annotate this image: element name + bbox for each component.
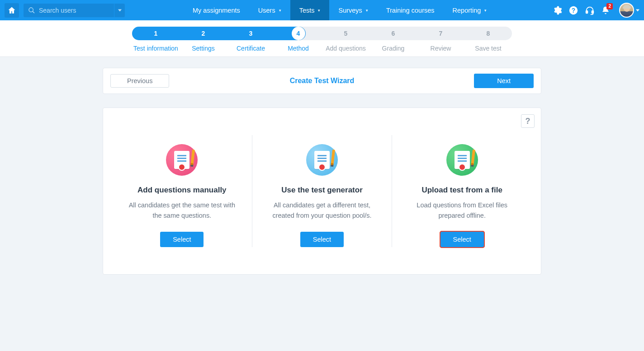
- method-options: Add questions manuallyAll candidates get…: [112, 135, 532, 247]
- home-icon: [7, 6, 16, 15]
- card-help-button[interactable]: ?: [521, 114, 535, 128]
- step-label[interactable]: Save test: [464, 45, 512, 52]
- search-icon: [28, 7, 35, 14]
- avatar: [619, 3, 634, 18]
- stepper-bar: 1235678 4 Test informationSettingsCertif…: [0, 20, 644, 57]
- step-label[interactable]: Method: [275, 45, 322, 52]
- method-option: Add questions manuallyAll candidates get…: [112, 135, 252, 247]
- gear-icon: [552, 5, 562, 15]
- svg-point-0: [29, 8, 33, 12]
- wizard-container: Previous Create Test Wizard Next ? Add q…: [103, 68, 541, 275]
- select-button[interactable]: Select: [160, 232, 204, 247]
- document-icon: [314, 151, 330, 169]
- option-icon: [446, 144, 478, 176]
- step-number[interactable]: 8: [464, 27, 512, 40]
- help-button[interactable]: ?: [568, 5, 578, 15]
- nav-item-label: Training courses: [386, 7, 435, 14]
- document-icon: [455, 151, 470, 169]
- document-icon: [174, 151, 189, 169]
- wizard-header: Previous Create Test Wizard Next: [103, 68, 541, 94]
- settings-button[interactable]: [552, 5, 562, 15]
- svg-text:?: ?: [572, 7, 575, 14]
- svg-line-1: [33, 11, 34, 13]
- step-label[interactable]: Settings: [180, 45, 227, 52]
- step-label[interactable]: Grading: [369, 45, 417, 52]
- user-menu[interactable]: [619, 3, 639, 18]
- option-title: Add questions manually: [124, 186, 240, 195]
- pencil-icon: [471, 150, 475, 167]
- stepper-track: 1235678 4: [132, 27, 512, 40]
- caret-down-icon: ▾: [366, 8, 368, 13]
- step-number[interactable]: 5: [322, 27, 369, 40]
- step-label[interactable]: Test information: [132, 45, 180, 52]
- stepper-labels: Test informationSettingsCertificateMetho…: [132, 45, 512, 52]
- topbar-right: ? 2: [552, 3, 639, 18]
- search-input[interactable]: [39, 7, 109, 14]
- search-input-wrap[interactable]: [24, 4, 114, 17]
- option-icon: [306, 144, 338, 176]
- nav-item-surveys[interactable]: Surveys▾: [329, 0, 377, 20]
- option-description: Load questions from Excel files prepared…: [404, 200, 520, 222]
- select-button[interactable]: Select: [300, 232, 344, 247]
- caret-down-icon: [118, 9, 122, 12]
- home-button[interactable]: [5, 3, 19, 18]
- main-nav: My assignmentsUsers▾Tests▾Surveys▾Traini…: [184, 0, 496, 20]
- notifications-button[interactable]: 2: [601, 6, 610, 15]
- step-label[interactable]: Add questions: [322, 45, 369, 52]
- next-button[interactable]: Next: [474, 74, 534, 88]
- nav-item-training-courses[interactable]: Training courses: [377, 0, 444, 20]
- method-option: Upload test from a fileLoad questions fr…: [392, 135, 532, 247]
- nav-item-label: My assignments: [193, 7, 240, 14]
- caret-down-icon: ▾: [279, 8, 281, 13]
- method-card: ? Add questions manuallyAll candidates g…: [103, 108, 541, 275]
- step-number[interactable]: 6: [369, 27, 417, 40]
- notification-badge: 2: [606, 3, 613, 9]
- caret-down-icon: ▾: [318, 8, 320, 13]
- nav-item-label: Surveys: [338, 7, 362, 14]
- question-circle-icon: ?: [568, 5, 578, 15]
- svg-rect-5: [592, 10, 594, 13]
- nav-item-label: Users: [258, 7, 275, 14]
- step-number[interactable]: 3: [227, 27, 275, 40]
- option-icon: [166, 144, 198, 176]
- option-title: Use the test generator: [264, 186, 380, 195]
- stepper-current: 4: [292, 27, 305, 40]
- select-button[interactable]: Select: [440, 232, 484, 247]
- stepper: 1235678 4 Test informationSettingsCertif…: [132, 27, 512, 52]
- wizard-title: Create Test Wizard: [290, 77, 355, 85]
- caret-down-icon: ▾: [484, 8, 487, 13]
- support-button[interactable]: [585, 5, 595, 15]
- step-number[interactable]: 1: [132, 27, 180, 40]
- caret-down-icon: [636, 9, 639, 12]
- search-dropdown-toggle[interactable]: [114, 4, 125, 17]
- topbar: My assignmentsUsers▾Tests▾Surveys▾Traini…: [0, 0, 644, 20]
- search-container: [24, 4, 125, 17]
- nav-item-users[interactable]: Users▾: [249, 0, 290, 20]
- previous-button[interactable]: Previous: [110, 74, 169, 88]
- pencil-icon: [190, 150, 195, 167]
- option-description: All candidates get a different test, cre…: [264, 200, 380, 222]
- svg-rect-4: [586, 10, 588, 13]
- nav-item-label: Reporting: [453, 7, 481, 14]
- nav-item-label: Tests: [299, 7, 315, 14]
- nav-item-reporting[interactable]: Reporting▾: [444, 0, 496, 20]
- pencil-icon: [331, 150, 335, 167]
- step-label[interactable]: Certificate: [227, 45, 275, 52]
- step-number[interactable]: 7: [417, 27, 464, 40]
- nav-item-tests[interactable]: Tests▾: [290, 0, 330, 20]
- nav-item-my-assignments[interactable]: My assignments: [184, 0, 249, 20]
- stepper-numbers: 1235678: [132, 27, 512, 40]
- option-title: Upload test from a file: [404, 186, 520, 195]
- method-option: Use the test generatorAll candidates get…: [252, 135, 392, 247]
- option-description: All candidates get the same test with th…: [124, 200, 240, 222]
- step-number[interactable]: 2: [180, 27, 227, 40]
- step-label[interactable]: Review: [417, 45, 464, 52]
- headset-icon: [585, 5, 595, 15]
